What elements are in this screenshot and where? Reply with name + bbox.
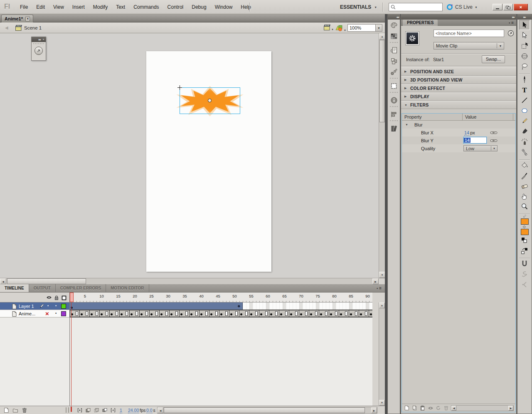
delete-layer-button[interactable] bbox=[22, 407, 27, 413]
keyframe-group[interactable] bbox=[130, 310, 140, 317]
menu-window[interactable]: Window bbox=[211, 0, 237, 14]
scroll-left-icon[interactable]: ◀ bbox=[0, 278, 6, 284]
quality-row[interactable]: Quality Low ▼ bbox=[402, 144, 515, 152]
launch-arrow-icon[interactable] bbox=[34, 47, 43, 55]
menu-view[interactable]: View bbox=[49, 0, 68, 14]
back-arrow-icon[interactable]: ◀ bbox=[5, 25, 8, 30]
link-values-icon[interactable] bbox=[490, 131, 498, 135]
center-frame-icon[interactable] bbox=[77, 407, 83, 413]
free-transform-tool[interactable] bbox=[519, 41, 530, 51]
frames-area[interactable]: 51015202530354045505560657075808590 ◆ bbox=[70, 293, 372, 406]
scroll-right-icon[interactable]: ▶ bbox=[372, 278, 379, 284]
keyframe-group[interactable] bbox=[100, 310, 110, 317]
section-filters[interactable]: ▼FILTERS bbox=[401, 101, 516, 109]
keyframe-group[interactable] bbox=[299, 310, 309, 317]
tab-timeline[interactable]: TIMELINE bbox=[0, 284, 29, 292]
quality-select[interactable]: Low ▼ bbox=[463, 145, 498, 151]
scrollbar-thumb[interactable] bbox=[7, 278, 86, 284]
scrollbar-thumb[interactable] bbox=[164, 407, 365, 413]
search-box[interactable] bbox=[389, 3, 443, 11]
scroll-right-icon[interactable]: ▶ bbox=[508, 406, 513, 411]
scroll-down-icon[interactable]: ▼ bbox=[379, 272, 385, 278]
menu-insert[interactable]: Insert bbox=[68, 0, 89, 14]
layer-name[interactable]: Layer 1 bbox=[19, 304, 34, 309]
instance-name-field[interactable] bbox=[433, 30, 504, 37]
keyframe-group[interactable] bbox=[269, 310, 279, 317]
keyframe-group[interactable] bbox=[239, 310, 249, 317]
layer-outline-color[interactable] bbox=[61, 311, 66, 316]
modify-markers-icon[interactable] bbox=[110, 407, 116, 413]
smooth-tool[interactable] bbox=[519, 269, 530, 279]
color-panel-icon[interactable] bbox=[389, 20, 399, 30]
swatches-panel-icon[interactable] bbox=[389, 31, 399, 41]
pencil-tool[interactable] bbox=[519, 116, 530, 126]
layer-lock-dot[interactable]: • bbox=[55, 311, 57, 315]
properties-tab[interactable]: PROPERTIES bbox=[403, 20, 438, 26]
scroll-up-icon[interactable]: ▲ bbox=[379, 33, 385, 40]
bone-tool[interactable] bbox=[519, 147, 530, 157]
instance-name-input[interactable] bbox=[434, 30, 504, 37]
minimize-button[interactable] bbox=[493, 4, 502, 10]
keyframe-group[interactable] bbox=[279, 310, 289, 317]
section-3d-position-and-view[interactable]: ▶3D POSITION AND VIEW bbox=[401, 76, 516, 84]
keyframe-group[interactable] bbox=[319, 310, 329, 317]
snap-magnet[interactable] bbox=[519, 259, 530, 269]
panel-menu-icon[interactable]: ▼≡ bbox=[376, 286, 382, 290]
layer-outline-color[interactable] bbox=[61, 304, 66, 309]
search-input[interactable] bbox=[396, 4, 438, 10]
keyframe-group[interactable] bbox=[309, 310, 319, 317]
menu-edit[interactable]: Edit bbox=[32, 0, 49, 14]
show-hide-all-layers-icon[interactable] bbox=[46, 295, 52, 300]
workspace-switcher[interactable]: ESSENTIALS ▼ bbox=[340, 0, 377, 14]
filter-visibility-icon[interactable] bbox=[427, 405, 433, 411]
blur-x-row[interactable]: Blur X 14px bbox=[402, 129, 515, 136]
close-icon[interactable]: × bbox=[25, 17, 30, 21]
straighten-tool[interactable] bbox=[519, 280, 530, 290]
align-panel-icon[interactable] bbox=[389, 109, 399, 119]
black-white-control[interactable] bbox=[519, 236, 530, 245]
scroll-right-icon[interactable]: ▶ bbox=[371, 407, 377, 413]
scroll-left-icon[interactable]: ◀ bbox=[158, 407, 163, 413]
subselection-tool[interactable] bbox=[519, 30, 530, 40]
filter-group-row[interactable]: ▼ Blur bbox=[402, 121, 515, 129]
keyframe-group[interactable] bbox=[150, 310, 160, 317]
code-snippets-panel-icon[interactable] bbox=[389, 45, 399, 55]
floating-panel-titlebar[interactable]: ▶▶ × bbox=[32, 37, 46, 42]
tab-output[interactable]: OUTPUT bbox=[29, 284, 56, 292]
stage-horizontal-scrollbar[interactable]: ◀ ▶ bbox=[0, 278, 385, 284]
stroke-color-swatch[interactable] bbox=[521, 218, 529, 225]
layer-row-anime[interactable]: Anime... × • bbox=[0, 310, 69, 317]
lasso-tool[interactable] bbox=[519, 62, 530, 72]
keyframe-group[interactable] bbox=[120, 310, 130, 317]
cs-live-label[interactable]: CS Live bbox=[455, 4, 473, 10]
keyframe-group[interactable] bbox=[180, 310, 190, 317]
brush-tool[interactable] bbox=[519, 126, 530, 136]
link-values-icon[interactable] bbox=[490, 139, 498, 143]
symbol-behavior-select[interactable]: Movie Clip ▼ bbox=[433, 42, 504, 50]
layer1-frames[interactable]: ◆ bbox=[70, 302, 372, 310]
delete-filter-icon[interactable] bbox=[443, 405, 449, 411]
keyframe-group[interactable] bbox=[369, 310, 372, 317]
anime-frames[interactable] bbox=[70, 310, 372, 317]
new-layer-button[interactable] bbox=[3, 407, 9, 413]
fill-color-swatch[interactable] bbox=[519, 225, 530, 235]
transform-point[interactable] bbox=[208, 99, 212, 102]
keyframe-group[interactable] bbox=[219, 310, 229, 317]
frame-rate[interactable]: 24.00fps bbox=[128, 408, 145, 413]
menu-commands[interactable]: Commands bbox=[129, 0, 163, 14]
scroll-left-icon[interactable]: ◀ bbox=[451, 406, 456, 411]
expand-panels-button[interactable]: ▶▶ bbox=[512, 16, 515, 18]
keyframe-group[interactable] bbox=[259, 310, 269, 317]
swap-colors-control[interactable] bbox=[519, 246, 530, 256]
scroll-up-icon[interactable]: ▲ bbox=[379, 302, 385, 308]
keyframe-group[interactable] bbox=[249, 310, 259, 317]
keyframe-group[interactable] bbox=[170, 310, 180, 317]
section-display[interactable]: ▶DISPLAY bbox=[401, 92, 516, 101]
keyframe-group[interactable] bbox=[329, 310, 339, 317]
section-color-effect[interactable]: ▶COLOR EFFECT bbox=[401, 84, 516, 92]
chevron-down-icon[interactable]: ▼ bbox=[375, 25, 382, 31]
filters-list[interactable]: Property Value ▼ Blur Blur X 14px Blur Y… bbox=[401, 113, 516, 412]
hand-tool[interactable] bbox=[519, 191, 530, 201]
menu-debug[interactable]: Debug bbox=[187, 0, 210, 14]
onion-skin-icon[interactable] bbox=[85, 407, 91, 413]
